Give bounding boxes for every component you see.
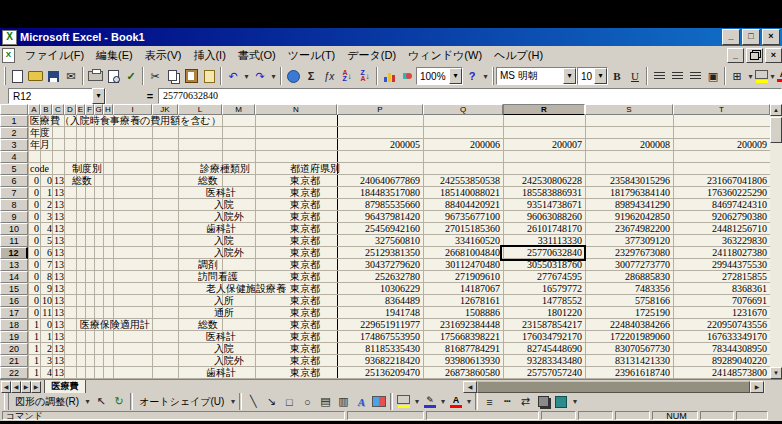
row-header-5[interactable]: 5: [0, 163, 28, 175]
copy-button[interactable]: [164, 67, 182, 86]
cell-pref-6[interactable]: 東京都: [290, 175, 320, 186]
sheet-row-10[interactable]: 0413歯科計東京都254569421602701518536026101748…: [28, 223, 770, 235]
line-style-button[interactable]: ≡: [480, 394, 498, 409]
insert-clipart-button[interactable]: [370, 394, 388, 409]
open-button[interactable]: [26, 67, 44, 86]
sheet-row-18[interactable]: 1013医療保険適用計総数東京都229651911977231692384448…: [28, 319, 770, 331]
cell-C6[interactable]: 13: [52, 175, 64, 186]
cell-R17[interactable]: 1801220: [505, 307, 582, 318]
cell-P22[interactable]: 25136209470: [339, 367, 420, 378]
cell-R15[interactable]: 16579772: [505, 283, 582, 294]
cell-B22[interactable]: 4: [40, 367, 52, 378]
arrow-style-button[interactable]: ⇄: [516, 394, 534, 409]
edit-formula-button[interactable]: =: [144, 90, 156, 102]
cell-B6[interactable]: 0: [40, 175, 52, 186]
cell-shinryo-15[interactable]: 老人保健施設療養: [206, 283, 286, 294]
cell-R13[interactable]: 30550318760: [505, 259, 582, 270]
font-color-button[interactable]: A: [777, 67, 782, 86]
cell-R16[interactable]: 14778552: [505, 295, 582, 306]
doc-minimize-button[interactable]: _: [727, 48, 744, 63]
menu-tools[interactable]: ツール(T): [282, 46, 342, 65]
toolbar-grip[interactable]: [4, 393, 9, 411]
cell-P15[interactable]: 10306229: [339, 283, 420, 294]
cell-S10[interactable]: 23674982200: [587, 223, 670, 234]
cell-T14[interactable]: 272815855: [675, 271, 767, 282]
maximize-button[interactable]: □: [742, 29, 760, 45]
cell-R22[interactable]: 25757057240: [505, 367, 582, 378]
cell-C19[interactable]: 13: [52, 331, 64, 342]
cell-pref-13[interactable]: 東京都: [290, 259, 320, 270]
cell-S7[interactable]: 181796384140: [587, 187, 670, 198]
select-all-corner[interactable]: [0, 104, 28, 115]
cell-C13[interactable]: 13: [52, 259, 64, 270]
cell-pref-10[interactable]: 東京都: [290, 223, 320, 234]
cell-A7[interactable]: 0: [28, 187, 39, 198]
arrow-button[interactable]: ↘: [262, 394, 280, 409]
font-select[interactable]: MS 明朝▾: [496, 67, 577, 85]
cell-Q22[interactable]: 26873860580: [425, 367, 500, 378]
draw-fill-color-button[interactable]: [395, 392, 412, 411]
cell-A21[interactable]: 1: [28, 355, 39, 366]
cell-C8[interactable]: 13: [52, 199, 64, 210]
cell-B13[interactable]: 7: [40, 259, 52, 270]
cell-C21[interactable]: 13: [52, 355, 64, 366]
sheet-row-3[interactable]: 年月200005200006200007200008200009: [28, 139, 770, 151]
cell-P20[interactable]: 81185335430: [339, 343, 420, 354]
cell-T8[interactable]: 84697424310: [675, 199, 767, 210]
autoshapes-button[interactable]: オートシェイプ(U): [135, 395, 228, 409]
cell-T9[interactable]: 92062790380: [675, 211, 767, 222]
toolbar-grip[interactable]: [492, 67, 494, 85]
redo-button[interactable]: ↷: [251, 67, 269, 86]
cell-pref-20[interactable]: 東京都: [290, 343, 320, 354]
bold-button[interactable]: B: [608, 67, 626, 86]
column-header-D[interactable]: D: [64, 104, 76, 115]
row-header-12[interactable]: 12: [0, 247, 28, 259]
cell-A14[interactable]: 0: [28, 271, 39, 282]
cell-B16[interactable]: 10: [40, 295, 52, 306]
cell-R18[interactable]: 231587854217: [505, 319, 582, 330]
cell-P8[interactable]: 87985535660: [339, 199, 420, 210]
cell-C22[interactable]: 13: [52, 367, 64, 378]
column-header-G[interactable]: G: [94, 104, 103, 115]
cell-shinryo-header[interactable]: 診療種類別: [200, 163, 250, 174]
cell-shinryo-20[interactable]: 入院: [214, 343, 234, 354]
draw-font-color-button[interactable]: A: [447, 392, 464, 411]
name-box[interactable]: R12▾: [8, 88, 106, 104]
cut-button[interactable]: ✂: [146, 67, 164, 86]
zoom-select[interactable]: 100%▾: [416, 67, 463, 85]
format-painter-button[interactable]: [200, 67, 218, 86]
cell-B15[interactable]: 9: [40, 283, 52, 294]
cell-T16[interactable]: 7076691: [675, 295, 767, 306]
tab-prev-button[interactable]: ◀: [11, 381, 21, 393]
cell-A19[interactable]: 1: [28, 331, 39, 342]
cell-P13[interactable]: 30437279620: [339, 259, 420, 270]
free-rotate-button[interactable]: ↻: [110, 394, 128, 409]
cell-A13[interactable]: 0: [28, 259, 39, 270]
insert-hyperlink-button[interactable]: [284, 67, 302, 86]
cell-T19[interactable]: 167633349170: [675, 331, 767, 342]
doc-restore-button[interactable]: [746, 48, 763, 63]
cell-P11[interactable]: 327560810: [339, 235, 420, 246]
cell-pref-19[interactable]: 東京都: [290, 331, 320, 342]
row-header-21[interactable]: 21: [0, 355, 28, 367]
vertical-scroll-thumb[interactable]: [770, 117, 782, 143]
cell-A17[interactable]: 0: [28, 307, 39, 318]
cell-Q9[interactable]: 96735677100: [425, 211, 500, 222]
cell-shinryo-9[interactable]: 入院外: [214, 211, 244, 222]
paste-function-button[interactable]: ƒx: [320, 67, 338, 86]
sheet-row-22[interactable]: 1413歯科計東京都251362094702687386058025757057…: [28, 367, 770, 379]
scroll-up-button[interactable]: ▲: [770, 104, 782, 116]
cell-B21[interactable]: 3: [40, 355, 52, 366]
draw-menu-dropdown[interactable]: ▾: [83, 392, 92, 411]
sheet-row-7[interactable]: 0113医科計東京都184483517080185140088021185583…: [28, 187, 770, 199]
sheet-row-11[interactable]: 0513入院東京都3275608103341605203311133303773…: [28, 235, 770, 247]
cell-S17[interactable]: 1725190: [587, 307, 670, 318]
cell-pref-21[interactable]: 東京都: [290, 355, 320, 366]
sort-descending-button[interactable]: ZA↓: [356, 67, 374, 86]
cell-S11[interactable]: 377309120: [587, 235, 670, 246]
cell-Q18[interactable]: 231692384448: [425, 319, 500, 330]
sheet-row-2[interactable]: 年度: [28, 127, 770, 139]
row-header-3[interactable]: 3: [0, 139, 28, 151]
cell-C10[interactable]: 13: [52, 223, 64, 234]
cell-pref-7[interactable]: 東京都: [290, 187, 320, 198]
